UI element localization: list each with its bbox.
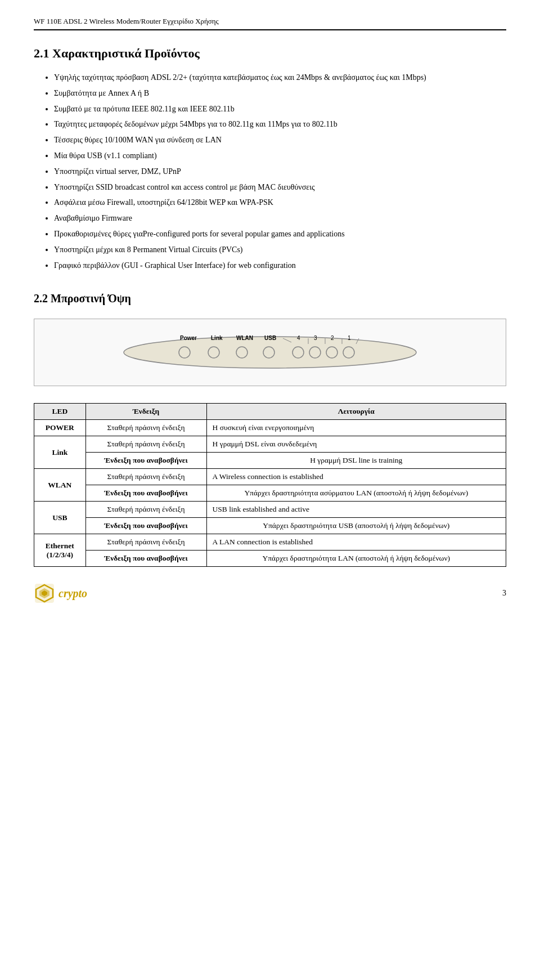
indication: Ένδειξη που αναβοσβήνει (86, 453, 206, 469)
function: USB link established and active (206, 502, 506, 518)
list-item: Υψηλής ταχύτητας πρόσβαση ADSL 2/2+ (ταχ… (54, 71, 506, 84)
section1-title: 2.1 Χαρακτηριστικά Προϊόντος (34, 46, 506, 61)
table-row: Ένδειξη που αναβοσβήνει Υπάρχει δραστηρι… (34, 551, 506, 567)
table-row: Ethernet (1/2/3/4) Σταθερή πράσινη ένδει… (34, 534, 506, 551)
table-row: WLAN Σταθερή πράσινη ένδειξη A Wireless … (34, 469, 506, 485)
svg-text:Link: Link (211, 335, 223, 341)
svg-text:3: 3 (314, 335, 317, 341)
list-item: Υποστηρίζει virtual server, DMZ, UPnP (54, 165, 506, 178)
function: Η γραμμή DSL line is training (206, 453, 506, 469)
header-title: WF 110E ADSL 2 Wireless Modem/Router Εγχ… (34, 17, 219, 26)
svg-text:WLAN: WLAN (236, 335, 253, 341)
section2-title: 2.2 Μπροστινή Όψη (34, 292, 506, 305)
indication: Σταθερή πράσινη ένδειξη (86, 469, 206, 485)
list-item: Συμβατό με τα πρότυπα ΙΕΕΕ 802.11g και Ι… (54, 102, 506, 116)
footer-brand-text: crypto (58, 587, 87, 600)
list-item: Αναβαθμίσιμο Firmware (54, 212, 506, 225)
svg-text:2: 2 (331, 335, 334, 341)
table-row: Ένδειξη που αναβοσβήνει Υπάρχει δραστηρι… (34, 485, 506, 502)
list-item: Τέσσερις θύρες 10/100M WAN για σύνδεση σ… (54, 133, 506, 147)
svg-text:1: 1 (348, 335, 351, 341)
table-row: Ένδειξη που αναβοσβήνει Η γραμμή DSL lin… (34, 453, 506, 469)
function: Η γραμμή DSL είναι συνδεδεμένη (206, 436, 506, 453)
router-diagram: Power Link WLAN USB 4 3 2 1 (112, 330, 428, 375)
router-image: Power Link WLAN USB 4 3 2 1 (34, 319, 506, 386)
indication: Ένδειξη που αναβοσβήνει (86, 551, 206, 567)
table-header-led: LED (34, 404, 86, 420)
led-name: Link (34, 436, 86, 469)
function: Υπάρχει δραστηριότητα LAN (αποστολή ή λή… (206, 551, 506, 567)
table-header-function: Λειτουργία (206, 404, 506, 420)
function: A Wireless connection is established (206, 469, 506, 485)
led-name: WLAN (34, 469, 86, 502)
led-table: LED Ένδειξη Λειτουργία POWER Σταθερή πρά… (34, 403, 506, 567)
list-item: Μία θύρα USB (v1.1 compliant) (54, 149, 506, 163)
list-item: Συμβατότητα με Annex A ή B (54, 87, 506, 100)
table-row: Link Σταθερή πράσινη ένδειξη Η γραμμή DS… (34, 436, 506, 453)
page-footer: crypto 3 (0, 583, 540, 604)
indication: Ένδειξη που αναβοσβήνει (86, 518, 206, 534)
page: WF 110E ADSL 2 Wireless Modem/Router Εγχ… (0, 0, 540, 617)
indication: Σταθερή πράσινη ένδειξη (86, 420, 206, 436)
svg-point-0 (124, 337, 416, 368)
page-header: WF 110E ADSL 2 Wireless Modem/Router Εγχ… (34, 17, 506, 30)
footer-logo: crypto (34, 583, 87, 604)
crypto-logo-icon (34, 583, 55, 604)
indication: Ένδειξη που αναβοσβήνει (86, 485, 206, 502)
svg-text:Power: Power (180, 335, 197, 341)
list-item: Προκαθορισμένες θύρες γιαPre-configured … (54, 227, 506, 241)
table-row: USB Σταθερή πράσινη ένδειξη USB link est… (34, 502, 506, 518)
list-item: Ταχύτητες μεταφορές δεδομένων μέχρι 54Mb… (54, 118, 506, 131)
page-number: 3 (502, 589, 506, 598)
table-header-indication: Ένδειξη (86, 404, 206, 420)
list-item: Υποστηρίζει μέχρι και 8 Permanent Virtua… (54, 243, 506, 257)
list-item: Υποστηρίζει SSID broadcast control και a… (54, 181, 506, 194)
svg-text:USB: USB (264, 335, 276, 341)
features-list: Υψηλής ταχύτητας πρόσβαση ADSL 2/2+ (ταχ… (54, 71, 506, 272)
indication: Σταθερή πράσινη ένδειξη (86, 534, 206, 551)
led-name: USB (34, 502, 86, 534)
indication: Σταθερή πράσινη ένδειξη (86, 502, 206, 518)
svg-text:4: 4 (297, 335, 300, 341)
function: A LAN connection is established (206, 534, 506, 551)
led-name: Ethernet (1/2/3/4) (34, 534, 86, 567)
table-row: Ένδειξη που αναβοσβήνει Υπάρχει δραστηρι… (34, 518, 506, 534)
list-item: Γραφικό περιβάλλον (GUI - Graphical User… (54, 259, 506, 272)
function: Υπάρχει δραστηριότητα ασύρματου LAN (απο… (206, 485, 506, 502)
function: Υπάρχει δραστηριότητα USB (αποστολή ή λή… (206, 518, 506, 534)
list-item: Ασφάλεια μέσω Firewall, υποστηρίζει 64/1… (54, 196, 506, 209)
indication: Σταθερή πράσινη ένδειξη (86, 436, 206, 453)
led-name: POWER (34, 420, 86, 436)
function: Η συσκευή είναι ενεργοποιημένη (206, 420, 506, 436)
table-row: POWER Σταθερή πράσινη ένδειξη Η συσκευή … (34, 420, 506, 436)
